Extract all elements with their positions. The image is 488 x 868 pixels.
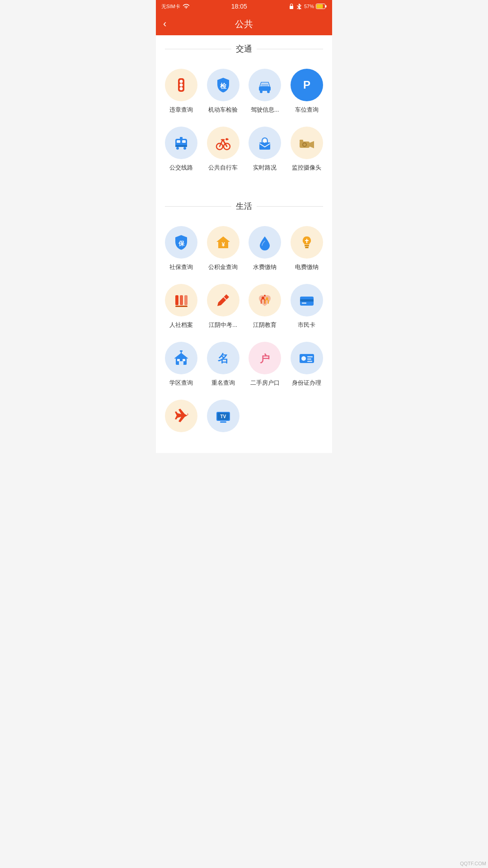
life-title-wrap: 生活 [156,193,332,216]
life-title: 生活 [236,201,252,212]
list-item[interactable]: 江阴中考... [202,278,244,336]
water-label: 水费缴纳 [253,263,277,271]
schooldistrict-icon-circle [165,342,197,374]
main-content: 交通 违章查询 [156,35,332,453]
svg-text:P: P [303,79,310,91]
bulb-icon [297,233,316,252]
flight-icon-circle [165,400,197,432]
exam-icon-circle [207,284,239,316]
list-item[interactable]: TV [202,394,244,444]
svg-rect-57 [307,361,312,362]
parking-icon: P [297,75,316,94]
no-sim-text: 无SIM卡 [161,3,180,10]
namequiry-icon-circle: 名 [207,342,239,374]
list-item[interactable]: 户 二手房户口 [244,336,286,394]
camera-label: 监控摄像头 [292,164,321,172]
traffic-divider-right [257,49,323,49]
camera-icon [297,133,316,152]
page-title: 公共 [235,18,253,30]
wifi-icon [183,4,190,9]
list-item[interactable]: 名 重名查询 [202,336,244,394]
list-item[interactable]: 学区查询 [160,336,202,394]
svg-rect-37 [180,295,183,305]
svg-rect-27 [260,143,270,149]
water-drop-icon [255,233,274,252]
list-item[interactable]: 检 机动车检验 [202,63,244,121]
list-item[interactable]: 公交线路 [160,121,202,179]
status-left: 无SIM卡 [161,3,190,10]
school-icon [172,349,191,368]
svg-point-30 [303,143,306,146]
list-item[interactable]: P 车位查询 [286,63,328,121]
bus-label: 公交线路 [169,164,193,172]
education-label: 江阴教育 [253,321,277,329]
traffic-live-label: 实时路况 [253,164,277,172]
idcard-icon [297,349,316,368]
svg-text:户: 户 [260,353,270,364]
svg-text:保: 保 [178,240,185,247]
household-icon: 户 [255,349,274,368]
svg-rect-36 [175,295,178,305]
svg-text:¥: ¥ [221,241,225,248]
list-item[interactable]: 驾驶信息... [244,63,286,121]
svg-rect-50 [180,350,183,352]
hrarchive-label: 人社档案 [169,321,193,329]
list-item[interactable]: 电费缴纳 [286,221,328,278]
list-item[interactable]: ¥ 公积金查询 [202,221,244,278]
secondhand-icon-circle: 户 [249,342,281,374]
bicycle-icon-circle [207,127,239,159]
list-item[interactable]: 违章查询 [160,63,202,121]
svg-rect-49 [183,359,185,361]
hrarchive-icon-circle [165,284,197,316]
svg-text:名: 名 [217,352,229,364]
svg-rect-16 [175,145,187,147]
life-grid: 保 社保查询 ¥ 公积金查询 [156,216,332,444]
list-item[interactable]: 公共自行车 [202,121,244,179]
svg-rect-56 [307,359,311,360]
list-item[interactable]: 人社档案 [160,278,202,336]
carcheck-label: 机动车检验 [208,106,238,114]
citycard-label: 市民卡 [298,321,315,329]
list-item[interactable]: 保 社保查询 [160,221,202,278]
traffic-grid: 违章查询 检 机动车检验 [156,59,332,179]
tv-icon: TV [214,406,233,425]
list-item[interactable]: 市民卡 [286,278,328,336]
violation-icon-circle [165,69,197,101]
svg-rect-3 [325,5,327,8]
electricity-label: 电费缴纳 [295,263,319,271]
svg-rect-9 [259,86,271,91]
books-icon [172,291,191,310]
traffic-live-icon-circle [249,127,281,159]
life-divider-left [165,206,231,207]
pen-icon [214,291,233,310]
driveinfo-label: 驾驶信息... [251,106,279,114]
back-button[interactable]: ‹ [163,18,166,30]
fund-icon-circle: ¥ [207,226,239,259]
svg-rect-18 [182,140,186,143]
namequiry-label: 重名查询 [211,379,235,387]
education-icon-circle [249,284,281,316]
svg-rect-34 [305,245,309,246]
list-item[interactable]: 水费缴纳 [244,221,286,278]
car-icon [255,75,274,94]
traffic-title-wrap: 交通 [156,35,332,59]
list-item[interactable] [160,394,202,444]
list-item[interactable]: 身份证办理 [286,336,328,394]
map-pin-icon [255,133,274,152]
svg-text:检: 检 [220,82,227,90]
svg-point-11 [267,90,270,93]
bus-icon-circle [165,127,197,159]
traffic-title: 交通 [236,43,252,54]
traffic-section: 交通 违章查询 [156,35,332,188]
exam-label: 江阴中考... [209,321,237,329]
list-item[interactable]: 实时路况 [244,121,286,179]
list-item[interactable]: 监控摄像头 [286,121,328,179]
life-section: 生活 保 社保查询 ¥ [156,193,332,453]
life-divider-right [257,206,323,207]
water-icon-circle [249,226,281,259]
name-char-icon: 名 [214,349,233,368]
status-right: 57% [289,3,327,9]
family-icon [255,291,274,310]
list-item[interactable]: 江阴教育 [244,278,286,336]
page-header: ‹ 公共 [156,13,332,35]
